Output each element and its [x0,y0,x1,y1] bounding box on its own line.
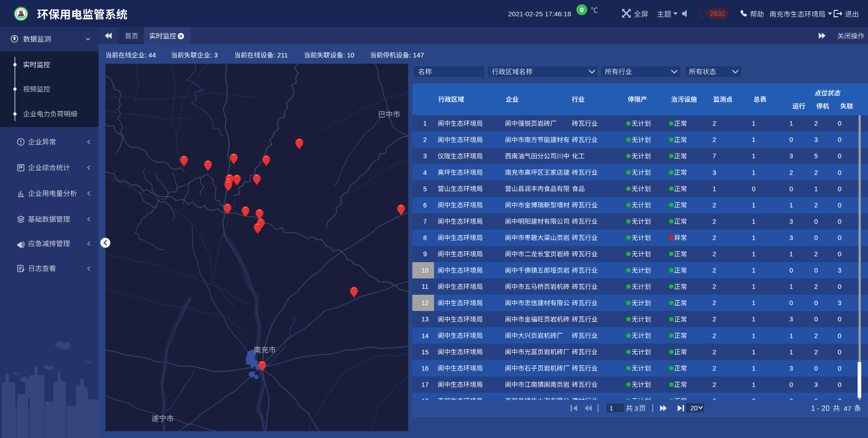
svg-text:17: 17 [421,381,429,388]
svg-text:1: 1 [752,267,755,274]
svg-text:2: 2 [712,365,716,372]
svg-text:1: 1 [752,381,755,388]
svg-text:1: 1 [752,349,755,356]
svg-text:2: 2 [712,332,716,339]
svg-text:3: 3 [789,365,793,372]
svg-text:2: 2 [712,283,716,290]
svg-text:2: 2 [423,136,427,143]
svg-text:1: 1 [789,349,793,356]
svg-text:11: 11 [421,283,428,290]
svg-text:0: 0 [789,185,793,193]
svg-text:4: 4 [423,169,427,176]
svg-text:2: 2 [814,283,818,290]
svg-text:0: 0 [838,316,841,323]
svg-text:1: 1 [752,316,755,323]
svg-text:0: 0 [814,316,818,323]
svg-text:0: 0 [789,299,793,306]
svg-text:2: 2 [712,218,716,225]
svg-text:2021-02-25 17:46:18: 2021-02-25 17:46:18 [508,10,571,18]
svg-text:1: 1 [789,250,793,258]
svg-text:1: 1 [752,202,755,209]
svg-text:0: 0 [814,234,818,241]
svg-text:3: 3 [789,316,793,323]
svg-text:0: 0 [838,397,841,405]
svg-text:0: 0 [814,218,818,225]
svg-text:: 211: : 211 [274,52,288,59]
svg-text:3: 3 [712,169,716,176]
svg-text:1: 1 [752,152,755,160]
svg-text:: 10: : 10 [343,52,354,59]
svg-text:1: 1 [752,234,755,241]
svg-text:3: 3 [789,234,793,241]
svg-text:2: 2 [814,250,818,258]
svg-text:3: 3 [814,381,818,388]
svg-text:2: 2 [789,169,793,176]
svg-text:3: 3 [814,136,818,143]
svg-text:3: 3 [789,218,793,225]
svg-text:0: 0 [838,202,841,209]
svg-text:12: 12 [421,299,429,306]
svg-text:1: 1 [752,365,755,372]
svg-text:0: 0 [838,136,841,143]
svg-text:: 44: : 44 [145,52,156,59]
svg-text:1: 1 [752,136,755,143]
svg-text:18: 18 [421,397,429,405]
svg-text:2: 2 [814,332,818,339]
svg-text:2: 2 [712,136,716,143]
svg-text:0: 0 [838,250,841,258]
svg-text:10: 10 [421,267,429,274]
svg-text:5: 5 [423,185,427,193]
svg-text:16: 16 [421,365,429,372]
svg-text:0: 0 [789,136,793,143]
svg-text:1: 1 [789,120,793,127]
svg-text:1: 1 [789,332,793,339]
svg-text:: 147: : 147 [409,52,424,59]
svg-text:7: 7 [423,218,427,225]
svg-text:1: 1 [752,120,755,127]
svg-text:3: 3 [789,152,793,160]
svg-text:1: 1 [752,283,755,290]
svg-text:2: 2 [712,250,716,258]
svg-text:20: 20 [690,405,698,412]
svg-text:1 - 20: 1 - 20 [811,405,830,412]
svg-text:0: 0 [789,397,793,405]
svg-text:0: 0 [838,365,841,372]
svg-text:2: 2 [712,267,716,274]
svg-text:0: 0 [838,283,841,290]
svg-text:2: 2 [712,234,716,241]
svg-text:0: 0 [838,332,841,339]
svg-text:3: 3 [838,267,841,274]
svg-text:0: 0 [789,381,793,388]
svg-text:1: 1 [789,283,793,290]
svg-text:1: 1 [752,299,755,306]
svg-text:3: 3 [634,405,638,412]
svg-text:2: 2 [814,202,818,209]
svg-text:0: 0 [789,267,793,274]
svg-text:1: 1 [423,120,427,127]
svg-text:7: 7 [712,152,716,160]
svg-text:2632: 2632 [710,9,725,17]
svg-text:1: 1 [712,185,716,193]
svg-text:0: 0 [838,169,841,176]
svg-text:5: 5 [814,152,818,160]
svg-text:0: 0 [838,120,841,127]
svg-text:0: 0 [838,185,841,193]
svg-text:1: 1 [752,250,755,258]
svg-text:2: 2 [712,299,716,306]
svg-text:2: 2 [752,397,755,405]
svg-text:14: 14 [421,332,429,339]
svg-text:0: 0 [752,185,755,193]
svg-text:6: 6 [423,202,427,209]
svg-text:0: 0 [814,267,818,274]
svg-text:0: 0 [838,218,841,225]
svg-text:0: 0 [814,365,818,372]
svg-text:8: 8 [423,234,427,241]
svg-text:2: 2 [712,202,716,209]
svg-text:0: 0 [838,381,841,388]
svg-text:1: 1 [814,185,818,193]
svg-text:2: 2 [712,381,716,388]
svg-text:1: 1 [752,218,755,225]
svg-text:0: 0 [814,299,818,306]
svg-text:0: 0 [838,349,841,356]
svg-text:6: 6 [712,397,716,405]
